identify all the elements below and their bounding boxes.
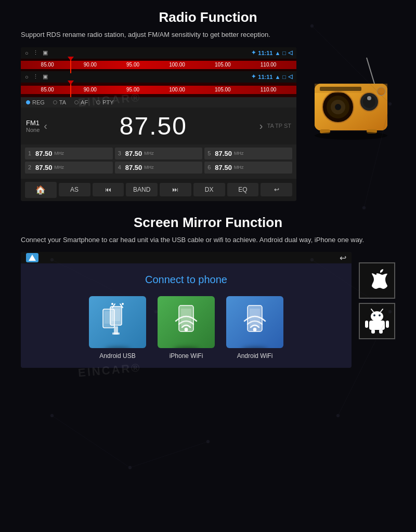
mirror-status-bar: ↩ (21, 252, 352, 263)
page-wrapper: Radio Function Support RDS rename radio … (0, 0, 416, 532)
mode-pty[interactable]: PTY (96, 99, 113, 105)
prev-freq-button[interactable]: ‹ (44, 120, 47, 132)
mirror-back-button[interactable]: ↩ (340, 253, 346, 263)
svg-line-61 (371, 309, 373, 312)
svg-point-53 (185, 328, 188, 331)
preset-1[interactable]: 1 87.50 MHz (25, 148, 113, 159)
svg-line-23 (367, 58, 374, 84)
svg-line-7 (52, 416, 130, 468)
svg-point-32 (367, 96, 371, 100)
preset-6[interactable]: 6 87.50 MHz (204, 162, 292, 174)
radio-illustration (302, 47, 395, 141)
band-button[interactable]: BAND (126, 183, 158, 196)
svg-rect-45 (112, 332, 120, 335)
radio-svg (304, 47, 393, 141)
freq-105: 105.00 (215, 62, 231, 68)
window-icon-2: □ (282, 74, 286, 80)
next-button[interactable]: ⏭ (160, 183, 191, 196)
svg-line-8 (130, 442, 208, 468)
dots-icon-2: ⋮ (33, 73, 38, 80)
image-icon: ▣ (43, 49, 48, 56)
as-button[interactable]: AS (59, 183, 90, 196)
radio-description: Support RDS rename radio station, adjust… (21, 30, 395, 40)
circle-icon: ○ (25, 50, 29, 56)
mirror-description: Connect your Smartphone to car head unit… (21, 235, 395, 245)
back-icon-2: ◁ (288, 73, 292, 80)
radio-status-bar-second: ○ ⋮ ▣ ✦ 11:11 ▲ □ ◁ (21, 71, 296, 83)
radio-ui-wrapper: ○ ⋮ ▣ ✦ 11:11 ▲ □ ◁ 8 (21, 47, 395, 201)
status-time-2: 11:11 (258, 74, 272, 80)
android-logo-svg (364, 308, 390, 334)
brand-icons (359, 252, 395, 339)
android-usb-tile[interactable] (89, 296, 146, 348)
preset-row-1: 1 87.50 MHz 3 87.50 MHz 5 87.50 MHz (25, 148, 292, 159)
mode-af[interactable]: AF (74, 99, 88, 105)
preset-4[interactable]: 4 87.50 MHz (115, 162, 203, 174)
android-wifi-tile[interactable] (226, 296, 283, 348)
preset-2[interactable]: 2 87.50 MHz (25, 162, 113, 174)
mirror-section: Screen Mirror Function Connect your Smar… (0, 206, 416, 374)
mode-af-label: AF (81, 99, 88, 105)
eq-button[interactable]: EQ (227, 183, 259, 196)
back-button[interactable]: ↩ (261, 183, 292, 196)
next-freq-button[interactable]: › (259, 120, 263, 132)
status-left-icons: ○ ⋮ ▣ (25, 49, 48, 56)
mode-ta[interactable]: TA (53, 99, 66, 105)
freq-85: 85.00 (41, 62, 54, 68)
svg-point-38 (315, 131, 387, 140)
home-button[interactable]: 🏠 (25, 182, 57, 198)
fm-station: None (26, 127, 40, 133)
freq-95: 95.00 (126, 62, 139, 68)
freq-90: 90.00 (84, 62, 97, 68)
mirror-app-icon (26, 253, 38, 262)
connect-options: Android USB (29, 296, 343, 360)
iphone-wifi-tile[interactable] (158, 296, 215, 348)
status-left-2: ○ ⋮ ▣ (25, 73, 48, 80)
svg-rect-63 (369, 321, 385, 330)
preset-5[interactable]: 5 87.50 MHz (204, 148, 292, 159)
mode-reg[interactable]: REG (26, 99, 45, 105)
svg-point-60 (379, 314, 381, 316)
svg-rect-65 (379, 329, 383, 334)
radio-screen: ○ ⋮ ▣ ✦ 11:11 ▲ □ ◁ 8 (21, 47, 296, 201)
svg-rect-64 (371, 329, 375, 334)
main-frequency: 87.50 (51, 112, 255, 140)
connect-phone-area: Connect to phone (21, 263, 352, 368)
svg-rect-67 (386, 321, 389, 328)
svg-point-48 (111, 303, 113, 305)
prev-button[interactable]: ⏮ (93, 183, 124, 196)
bluetooth-icon: ✦ (251, 49, 256, 56)
preset-grid: 1 87.50 MHz 3 87.50 MHz 5 87.50 MHz (21, 144, 296, 179)
android-usb-label: Android USB (99, 352, 135, 360)
ta-tp-st-label: TA TP ST (267, 123, 291, 129)
android-usb-option[interactable]: Android USB (86, 296, 149, 360)
signal-icon-2: ▲ (275, 74, 280, 80)
dots-icon: ⋮ (33, 49, 38, 56)
svg-point-29 (335, 104, 341, 110)
freq-110: 110.00 (261, 62, 277, 68)
bottom-controls: 🏠 AS ⏮ BAND ⏭ DX EQ ↩ (21, 179, 296, 201)
android-icon-box (359, 303, 395, 339)
preset-3[interactable]: 3 87.50 MHz (115, 148, 203, 159)
preset-row-2: 2 87.50 MHz 4 87.50 MHz 6 87.50 MHz (25, 162, 292, 174)
connect-title: Connect to phone (29, 274, 343, 286)
iphone-wifi-option[interactable]: iPhone WiFi (155, 296, 217, 360)
apple-logo-svg (367, 269, 387, 292)
radio-mode-row: REG TA AF PTY (21, 97, 296, 108)
mode-reg-label: REG (32, 99, 45, 105)
fm-band: FM1 (26, 119, 40, 127)
android-wifi-option[interactable]: Android WiFi (224, 296, 286, 360)
signal-icon: ▲ (275, 50, 280, 56)
svg-point-49 (122, 303, 124, 305)
svg-rect-43 (112, 309, 120, 321)
radio-title: Radio Function (21, 9, 395, 25)
status-time-top: 11:11 (258, 50, 272, 56)
main-freq-display: FM1 None ‹ 87.50 › TA TP ST (21, 108, 296, 144)
dx-button[interactable]: DX (193, 183, 225, 196)
freq-bar-top[interactable]: 85.00 90.00 95.00 100.00 105.00 110.00 (21, 59, 296, 71)
freq-100: 100.00 (169, 62, 185, 68)
image-icon-2: ▣ (43, 73, 48, 80)
radio-status-bar-top: ○ ⋮ ▣ ✦ 11:11 ▲ □ ◁ (21, 47, 296, 59)
svg-point-59 (373, 314, 375, 316)
freq-bar-main[interactable]: 85.00 90.00 95.00 100.00 105.00 110.00 (21, 83, 296, 97)
